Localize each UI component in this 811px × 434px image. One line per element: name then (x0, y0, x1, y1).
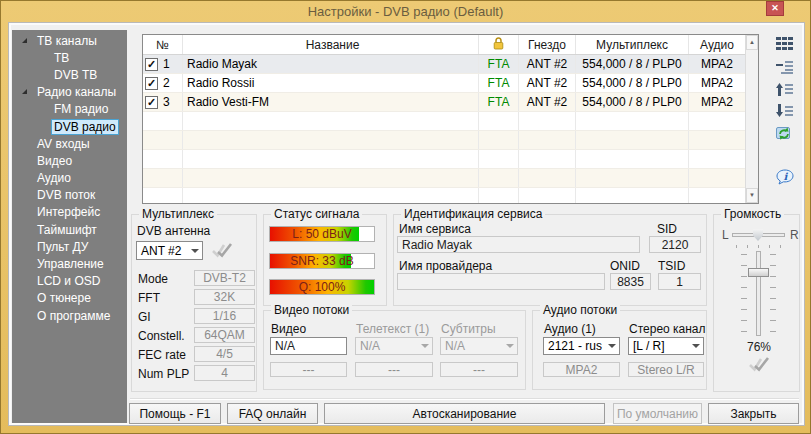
balance-tick (736, 245, 737, 248)
sidebar-item-video[interactable]: Видео (12, 152, 127, 169)
sidebar-item-label: Аудио (34, 170, 74, 186)
sidebar-item-management[interactable]: Управление (12, 255, 127, 272)
table-row[interactable]: 3 Radio Vesti-FM FTA ANT #2 554,000 / 8 … (143, 93, 745, 112)
sidebar-item-timeshift[interactable]: Таймшифт (12, 221, 127, 238)
subtitles-info-field: --- (440, 362, 518, 377)
sidebar-item-remote-control[interactable]: Пульт ДУ (12, 238, 127, 255)
table-row-empty (143, 131, 745, 150)
help-button[interactable]: Помощь - F1 (129, 403, 221, 424)
sidebar-item-fm-radio[interactable]: FM радио (12, 101, 127, 118)
table-scrollbar[interactable]: ▲ ▼ (745, 35, 758, 203)
table-row-empty (143, 150, 745, 169)
faq-button[interactable]: FAQ онлайн (227, 403, 318, 424)
sidebar-item-dvb-radio[interactable]: DVB радио (12, 118, 127, 135)
sidebar-item-label: ТВ (51, 50, 72, 66)
volume-apply-check-icon (748, 356, 770, 375)
table-row[interactable]: 1 Radio Mayak FTA ANT #2 554,000 / 8 / P… (143, 55, 745, 74)
col-header-name[interactable]: Название (183, 35, 479, 54)
sidebar-item-label: О тюнере (34, 290, 94, 306)
sidebar-item-tv-channels[interactable]: ТВ каналы (12, 32, 127, 49)
sidebar-item-dvb-tv[interactable]: DVB ТВ (12, 66, 127, 83)
move-up-icon[interactable] (776, 83, 796, 99)
balance-tick (747, 245, 748, 248)
balance-tick (780, 245, 781, 248)
fft-label: FFT (138, 291, 160, 305)
video-stream-input[interactable]: N/A (270, 337, 347, 355)
antenna-select[interactable]: ANT #2 (136, 241, 203, 260)
volume-tick (741, 254, 747, 255)
video-label: Видео (271, 322, 306, 336)
volume-slider[interactable] (756, 251, 761, 336)
signal-quality-bar: Q: 100% (269, 279, 375, 295)
row-checkbox[interactable] (145, 96, 158, 109)
volume-tick (741, 265, 747, 266)
sidebar-item-interface[interactable]: Интерфейс (12, 204, 127, 221)
audio-track-label: Аудио (1) (544, 322, 596, 336)
col-header-num[interactable]: № (143, 35, 183, 54)
tsid-label: TSID (658, 259, 685, 273)
volume-percent: 76% (741, 340, 777, 354)
mode-label: Mode (138, 272, 168, 286)
col-header-multiplex[interactable]: Мультиплекс (576, 35, 689, 54)
sidebar-item-lcd-osd[interactable]: LCD и OSD (12, 273, 127, 290)
stereo-channel-select[interactable]: [L / R] (628, 337, 704, 355)
signal-snr-bar: SNR: 33 dB (269, 253, 375, 269)
onid-label: ONID (610, 259, 640, 273)
row-checkbox[interactable] (145, 58, 158, 71)
sidebar-item-tv[interactable]: ТВ (12, 49, 127, 66)
scroll-up-icon[interactable]: ▲ (746, 35, 758, 50)
sidebar-item-about-tuner[interactable]: О тюнере (12, 290, 127, 307)
move-down-icon[interactable] (776, 104, 796, 120)
titlebar[interactable]: Настройки - DVB радио (Default) (1, 1, 810, 22)
expand-arrow-icon (22, 89, 27, 94)
onid-field: 8835 (610, 273, 651, 290)
close-button[interactable]: Закрыть (708, 403, 799, 424)
volume-tick (741, 298, 747, 299)
col-header-audio[interactable]: Аудио (689, 35, 745, 54)
audio-codec-field: MPA2 (543, 362, 620, 377)
sidebar-item-av-inputs[interactable]: AV входы (12, 135, 127, 152)
sidebar-item-label: ТВ каналы (34, 33, 100, 49)
sidebar: ТВ каналы ТВ DVB ТВ Радио каналы FM ради… (12, 30, 127, 423)
sidebar-item-dvb-stream[interactable]: DVB поток (12, 187, 127, 204)
channel-table: № Название Гнездо Мультиплекс Аудио 1 Ra… (142, 34, 759, 204)
row-checkbox[interactable] (145, 77, 158, 90)
teletext-info-field: --- (355, 362, 433, 377)
sidebar-item-label: Пульт ДУ (34, 239, 91, 255)
col-header-lock[interactable] (479, 35, 519, 54)
row-slot: ANT #2 (519, 93, 576, 111)
channel-list-icon[interactable] (776, 37, 796, 53)
rescan-icon[interactable] (776, 126, 796, 142)
table-row[interactable]: 2 Radio Rossii FTA ANT #2 554,000 / 8 / … (143, 74, 745, 93)
sidebar-item-label: Радио каналы (34, 84, 119, 100)
volume-slider-thumb[interactable] (748, 268, 769, 277)
info-icon[interactable]: i (776, 169, 796, 185)
table-header: № Название Гнездо Мультиплекс Аудио (143, 35, 745, 55)
row-name: Radio Rossii (183, 74, 479, 92)
num-plp-label: Num PLP (138, 367, 189, 381)
defaults-button: По умолчанию (613, 403, 702, 424)
table-row-empty (143, 188, 745, 204)
table-row-empty (143, 112, 745, 131)
sidebar-item-audio[interactable]: Аудио (12, 170, 127, 187)
teletext-label: Телетекст (1) (356, 322, 429, 336)
autoscan-button[interactable]: Автосканирование (324, 403, 605, 424)
volume-tick (741, 287, 747, 288)
row-multiplex: 554,000 / 8 / PLP0 (576, 93, 689, 111)
signal-quality-label: Q: 100% (270, 280, 374, 294)
scroll-down-icon[interactable]: ▼ (746, 188, 758, 203)
row-num: 2 (163, 76, 170, 90)
video-info-field: --- (270, 362, 347, 377)
row-access: FTA (479, 74, 519, 92)
close-icon[interactable]: ✕ (766, 1, 784, 16)
remove-channel-icon[interactable] (776, 61, 796, 77)
antenna-apply-check-icon (211, 242, 233, 261)
col-header-slot[interactable]: Гнездо (519, 35, 576, 54)
sidebar-item-radio-channels[interactable]: Радио каналы (12, 84, 127, 101)
audio-track-select[interactable]: 2121 - rus (543, 337, 620, 355)
volume-tick (770, 309, 776, 310)
sid-label: SID (657, 222, 677, 236)
subtitles-select: N/A (440, 337, 518, 355)
sidebar-item-about-program[interactable]: О программе (12, 307, 127, 324)
constellation-label: Constell. (138, 329, 185, 343)
